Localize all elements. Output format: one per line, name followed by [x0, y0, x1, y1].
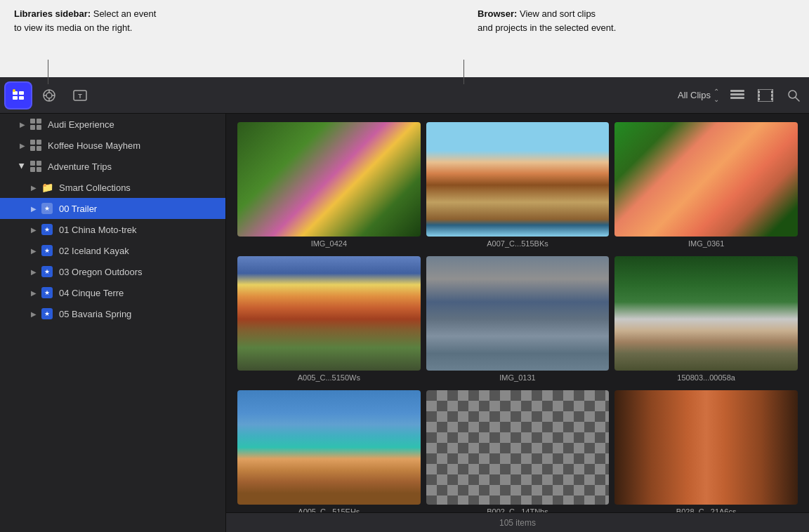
svg-rect-3 [19, 96, 24, 100]
sidebar-item-china[interactable]: ▶ ★ 01 China Moto-trek [0, 219, 225, 240]
app-container: T All Clips ⌃⌄ [0, 77, 809, 532]
clip-label: A005_C...5150Ws [237, 373, 421, 385]
browser-grid: IMG_0424 A007_C...515BKs IMG_0361 A005_C… [226, 114, 809, 512]
clip-thumbnail [426, 390, 610, 505]
clip-label: B002_C...14TNbs [426, 507, 610, 512]
clip-thumbnail [426, 256, 610, 371]
clip-item-a005-5150[interactable]: A005_C...5150Ws [237, 256, 421, 385]
svg-rect-18 [758, 94, 760, 97]
sidebar-item-adventure[interactable]: ▶ Adventure Trips [0, 156, 225, 177]
annotation-left-title: Libraries sidebar: [14, 8, 91, 19]
clip-label: 150803...00058a [614, 373, 798, 385]
annotation-right: Browser: View and sort clipsand projects… [239, 7, 795, 34]
annotation-line-right [463, 60, 464, 84]
sidebar-item-smart-collections[interactable]: ▶ 📁 Smart Collections [0, 177, 225, 198]
clip-item-b002[interactable]: B002_C...14TNbs [426, 390, 610, 512]
sidebar-item-label: 03 Oregon Outdoors [59, 267, 220, 277]
browser-status: 105 items [226, 512, 809, 532]
clip-label: IMG_0131 [426, 373, 610, 385]
clip-item-a005-515e[interactable]: A005_C...515EHs [237, 390, 421, 512]
sidebar-item-oregon[interactable]: ▶ ★ 03 Oregon Outdoors [0, 261, 225, 282]
svg-rect-17 [758, 91, 760, 93]
arrow-icon: ▶ [17, 140, 28, 151]
svg-line-24 [796, 97, 800, 101]
clip-item-img0424[interactable]: IMG_0424 [237, 122, 421, 251]
star-badge-icon: ★ [39, 306, 55, 321]
arrow-icon: ▶ [28, 224, 39, 235]
list-view-button[interactable] [728, 86, 747, 105]
clip-item-150803[interactable]: 150803...00058a [614, 256, 798, 385]
titles-tab-button[interactable]: T [67, 83, 93, 108]
svg-rect-13 [730, 90, 744, 92]
annotation-area: Libraries sidebar: Select an eventto vie… [0, 0, 809, 77]
arrow-icon: ▶ [17, 119, 28, 130]
sidebar: ▶ Audi Experience ▶ Koffee House Mayhem … [0, 114, 226, 532]
clip-thumbnail [614, 256, 798, 371]
search-button[interactable] [784, 86, 803, 105]
sidebar-item-koffee[interactable]: ▶ Koffee House Mayhem [0, 135, 225, 156]
arrow-icon: ▶ [28, 266, 39, 277]
svg-point-4 [13, 89, 15, 92]
clip-thumbnail [237, 390, 421, 505]
arrow-icon: ▶ [28, 308, 39, 319]
svg-rect-16 [758, 89, 773, 102]
svg-rect-15 [730, 97, 744, 99]
sidebar-item-label: Adventure Trips [48, 161, 220, 172]
clip-item-img0131[interactable]: IMG_0131 [426, 256, 610, 385]
star-badge-icon: ★ [39, 243, 55, 258]
library-icon [28, 159, 44, 174]
svg-rect-19 [758, 98, 760, 100]
clip-item-a007[interactable]: A007_C...515BKs [426, 122, 610, 251]
svg-rect-1 [19, 91, 24, 95]
clip-thumbnail [426, 122, 610, 237]
music-tab-button[interactable] [37, 83, 62, 108]
clip-label: B028_C...21A6cs [614, 507, 798, 512]
clip-thumbnail [614, 122, 798, 237]
toolbar: T All Clips ⌃⌄ [0, 77, 809, 114]
svg-rect-22 [771, 98, 773, 100]
clip-thumbnail [237, 256, 421, 371]
toolbar-left: T [6, 83, 93, 108]
clips-filter-label: All Clips [678, 90, 711, 100]
clip-thumbnail [614, 390, 798, 505]
arrow-icon: ▶ [28, 287, 39, 298]
sidebar-item-label: 00 Trailer [59, 204, 220, 214]
chevron-up-down-icon: ⌃⌄ [713, 88, 719, 103]
clip-label: A005_C...515EHs [237, 507, 421, 512]
star-badge-icon: ★ [39, 222, 55, 237]
svg-rect-2 [13, 96, 18, 100]
sidebar-item-trailer[interactable]: ▶ ★ 00 Trailer [0, 198, 225, 219]
annotation-left: Libraries sidebar: Select an eventto vie… [14, 7, 239, 34]
clip-label: IMG_0361 [614, 239, 798, 251]
star-badge-icon: ★ [39, 285, 55, 300]
library-icon [28, 138, 44, 153]
main-content: ▶ Audi Experience ▶ Koffee House Mayhem … [0, 114, 809, 532]
arrow-expanded-icon: ▶ [17, 161, 28, 172]
arrow-icon: ▶ [28, 245, 39, 256]
clip-item-img0361[interactable]: IMG_0361 [614, 122, 798, 251]
sidebar-item-label: Smart Collections [59, 182, 220, 193]
clip-label: A007_C...515BKs [426, 239, 610, 251]
toolbar-right: All Clips ⌃⌄ [678, 86, 803, 105]
sidebar-item-label: 02 Iceland Kayak [59, 246, 220, 256]
clip-label: IMG_0424 [237, 239, 421, 251]
clips-filter-selector[interactable]: All Clips ⌃⌄ [678, 88, 719, 103]
sidebar-item-label: Koffee House Mayhem [48, 140, 220, 151]
svg-rect-21 [771, 94, 773, 97]
sidebar-item-cinque[interactable]: ▶ ★ 04 Cinque Terre [0, 282, 225, 303]
star-badge-icon: ★ [39, 201, 55, 216]
annotation-line-left [48, 60, 48, 84]
sidebar-item-audi[interactable]: ▶ Audi Experience [0, 114, 225, 135]
clip-item-b028[interactable]: B028_C...21A6cs [614, 390, 798, 512]
sidebar-item-bavaria[interactable]: ▶ ★ 05 Bavaria Spring [0, 303, 225, 324]
clip-thumbnail [237, 122, 421, 237]
filmstrip-view-button[interactable] [756, 86, 775, 105]
sidebar-item-label: 05 Bavaria Spring [59, 309, 220, 319]
folder-icon: 📁 [39, 180, 55, 195]
arrow-icon: ▶ [28, 182, 39, 193]
sidebar-item-iceland[interactable]: ▶ ★ 02 Iceland Kayak [0, 240, 225, 261]
annotation-right-title: Browser: [478, 8, 517, 19]
arrow-icon: ▶ [28, 203, 39, 214]
libraries-tab-button[interactable] [6, 83, 31, 108]
library-icon [28, 117, 44, 132]
